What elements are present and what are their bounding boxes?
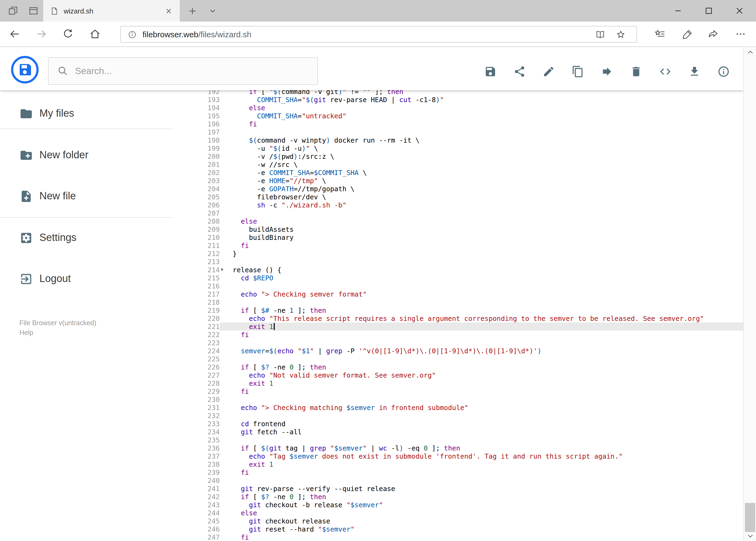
tab-list-chevron-button[interactable] <box>204 0 221 22</box>
copy-button[interactable] <box>567 61 589 82</box>
code-line[interactable]: 222 fi <box>196 330 743 339</box>
home-button[interactable] <box>86 22 104 46</box>
code-line[interactable]: 210 buildBinary <box>196 234 743 242</box>
sidebar-item-new-folder[interactable]: New folder <box>19 148 89 163</box>
code-line[interactable]: 242 if [ $? -ne 0 ]; then <box>196 493 743 501</box>
code-line[interactable]: 225 <box>196 355 743 363</box>
code-line[interactable]: 224 semver=$(echo "$1" | grep -P '^v(0|[… <box>196 347 743 355</box>
back-button[interactable] <box>5 22 24 46</box>
code-line[interactable]: 245 git checkout release <box>196 517 743 525</box>
code-line[interactable]: 211 fi <box>196 242 743 250</box>
code-line[interactable]: 203 -e HOME="//tmp" \ <box>196 177 743 185</box>
code-editor[interactable]: 192 if [ "$(command -v git)" != "" ]; th… <box>196 90 743 541</box>
download-button[interactable] <box>683 61 705 82</box>
code-line[interactable]: 228 exit 1 <box>196 379 743 387</box>
code-line[interactable]: 209 buildAssets <box>196 225 743 234</box>
sidebar-item-my-files[interactable]: My files <box>19 106 74 121</box>
code-line[interactable]: 200 -v /$(pwd):/src:z \ <box>196 152 743 161</box>
code-line[interactable]: 198 $(command -v winpty) docker run --rm… <box>196 136 743 144</box>
code-line[interactable]: 236 if [ $(git tag | grep "$semver" | wc… <box>196 444 743 452</box>
code-line[interactable]: 243 git checkout -b release "$semver" <box>196 501 743 509</box>
code-line[interactable]: 219 if [ $# -ne 1 ]; then <box>196 306 743 314</box>
help-link[interactable]: Help <box>19 328 96 337</box>
code-line[interactable]: 232 <box>196 412 743 420</box>
share-button[interactable] <box>704 22 723 46</box>
minimize-button[interactable] <box>665 0 690 22</box>
tab-wizard-sh[interactable]: wizard.sh <box>43 0 180 22</box>
code-line[interactable]: 207 <box>196 209 743 217</box>
code-line[interactable]: 221 exit 1 <box>196 322 743 330</box>
code-line[interactable]: 197 <box>196 128 743 136</box>
code-line[interactable]: 215 cd $REPO <box>196 274 743 282</box>
code-line[interactable]: 192 if [ "$(command -v git)" != "" ]; th… <box>196 90 743 96</box>
new-tab-button[interactable] <box>183 0 201 22</box>
code-line[interactable]: 227 echo "Not valid semver format. See s… <box>196 371 743 379</box>
set-tabs-aside-button[interactable] <box>4 0 22 22</box>
sidebar-item-settings[interactable]: Settings <box>19 230 76 245</box>
code-line[interactable]: 218 <box>196 298 743 306</box>
code-line[interactable]: 201 -w //src \ <box>196 161 743 169</box>
delete-button[interactable] <box>625 61 647 82</box>
tab-preview-button[interactable] <box>25 0 42 22</box>
code-line[interactable]: 204 -e GOPATH=//tmp/gopath \ <box>196 185 743 193</box>
save-button[interactable] <box>479 61 501 82</box>
scroll-up-button[interactable] <box>744 47 756 58</box>
code-line[interactable]: 246 git reset --hard "$semver" <box>196 525 743 533</box>
scrollbar[interactable] <box>743 47 756 541</box>
maximize-button[interactable] <box>696 0 721 22</box>
code-line[interactable]: 216 <box>196 282 743 290</box>
code-line[interactable]: 247 fi <box>196 533 743 541</box>
info-button[interactable] <box>712 61 734 82</box>
search-input[interactable] <box>75 66 317 76</box>
share-file-button[interactable] <box>509 61 530 82</box>
code-line[interactable]: 213 <box>196 258 743 266</box>
hub-button[interactable] <box>651 22 669 46</box>
close-window-button[interactable] <box>727 0 751 22</box>
scrollbar-thumb[interactable] <box>745 503 755 532</box>
sidebar-item-new-file[interactable]: New file <box>19 189 76 204</box>
code-view-button[interactable] <box>654 61 676 82</box>
code-line[interactable]: 208 else <box>196 217 743 225</box>
code-line[interactable]: 233 cd frontend <box>196 420 743 428</box>
sidebar-item-logout[interactable]: Logout <box>19 271 71 286</box>
fold-marker-icon[interactable]: ▾ <box>221 266 223 273</box>
code-line[interactable]: 241 git rev-parse --verify --quiet relea… <box>196 485 743 493</box>
code-line[interactable]: 193 COMMIT_SHA="$(git rev-parse HEAD | c… <box>196 96 743 104</box>
code-line[interactable]: 238 exit 1 <box>196 460 743 468</box>
code-line[interactable]: 202 -e COMMIT_SHA=$COMMIT_SHA \ <box>196 169 743 177</box>
forward-button[interactable] <box>32 22 51 46</box>
code-line[interactable]: 214▾release () { <box>196 266 743 274</box>
code-line[interactable]: 194 else <box>196 104 743 112</box>
code-line[interactable]: 235 <box>196 436 743 444</box>
move-button[interactable] <box>596 61 618 82</box>
app-logo[interactable] <box>11 56 39 84</box>
rename-button[interactable] <box>538 61 559 82</box>
tab-close-button[interactable] <box>161 4 175 18</box>
code-line[interactable]: 226 if [ $? -ne 0 ]; then <box>196 363 743 371</box>
code-line[interactable]: 212} <box>196 250 743 258</box>
code-line[interactable]: 234 git fetch --all <box>196 428 743 436</box>
code-line[interactable]: 229 fi <box>196 387 743 395</box>
code-line[interactable]: 237 echo "Tag $semver does not exist in … <box>196 452 743 460</box>
web-note-button[interactable] <box>678 22 697 46</box>
reading-view-button[interactable] <box>592 28 609 42</box>
scroll-down-button[interactable] <box>744 530 756 541</box>
code-line[interactable]: 223 <box>196 339 743 347</box>
code-line[interactable]: 220 echo "This release script requires a… <box>196 314 743 322</box>
code-line[interactable]: 205 filebrowser/dev \ <box>196 193 743 201</box>
code-line[interactable]: 244 else <box>196 509 743 517</box>
code-line[interactable]: 239 fi <box>196 468 743 476</box>
add-favorite-button[interactable] <box>613 28 629 42</box>
code-line[interactable]: 230 <box>196 395 743 403</box>
site-info-icon[interactable] <box>125 28 139 41</box>
address-bar[interactable]: filebrowser.web/files/wizard.sh <box>121 26 637 43</box>
more-button[interactable] <box>731 22 750 46</box>
code-line[interactable]: 196 fi <box>196 120 743 128</box>
code-line[interactable]: 240 <box>196 476 743 485</box>
code-line[interactable]: 231 echo "> Checking matching $semver in… <box>196 403 743 412</box>
search-box[interactable] <box>48 57 318 85</box>
code-line[interactable]: 206 sh -c "./wizard.sh -b" <box>196 201 743 209</box>
refresh-button[interactable] <box>59 22 77 46</box>
code-line[interactable]: 195 COMMIT_SHA="untracked" <box>196 112 743 120</box>
code-line[interactable]: 217 echo "> Checking semver format" <box>196 290 743 298</box>
